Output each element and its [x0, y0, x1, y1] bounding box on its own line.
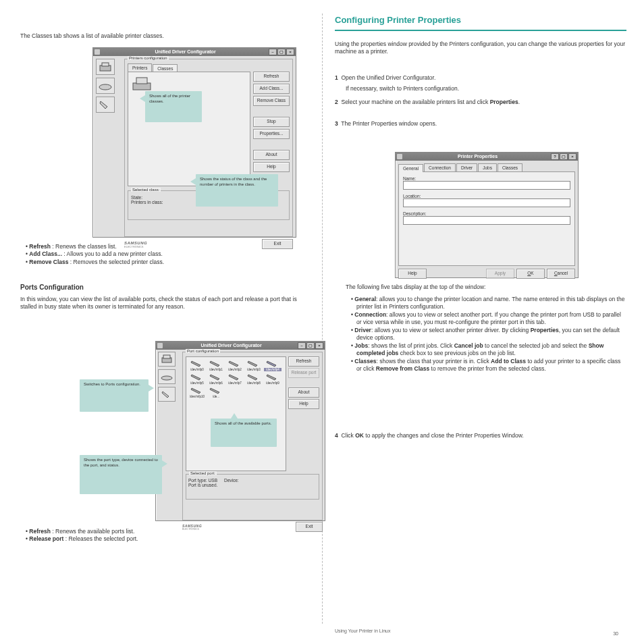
- tab-driver[interactable]: Driver: [456, 163, 477, 171]
- close-button[interactable]: ×: [568, 153, 576, 160]
- dialog2-group-label: Port configuration: [186, 349, 220, 353]
- minimize-button[interactable]: –: [269, 49, 277, 55]
- label-name: Name:: [403, 176, 570, 181]
- about-button[interactable]: About: [288, 387, 319, 398]
- port-type-label: Port type: USB: [188, 478, 217, 483]
- port-status-label: Port is unused.: [188, 483, 317, 487]
- bullets2: • Refresh : Renews the available ports l…: [20, 528, 304, 543]
- port-device-label: Device:: [224, 478, 239, 483]
- about-button[interactable]: About: [253, 150, 290, 160]
- sidebar-ports-icon[interactable]: [96, 97, 115, 113]
- maximize-button[interactable]: ▢: [306, 342, 315, 349]
- whatsthis-button[interactable]: ?: [551, 153, 559, 160]
- refresh-button[interactable]: Refresh: [288, 356, 319, 367]
- port-item[interactable]: /dev/mfp3: [245, 359, 263, 371]
- minimize-button[interactable]: –: [298, 342, 306, 349]
- sidebar-scanners-icon[interactable]: [158, 369, 176, 384]
- help-button[interactable]: Help: [288, 399, 319, 409]
- sidebar-printers-icon[interactable]: [96, 59, 115, 75]
- right-heading: Configuring Printer Properties: [335, 15, 461, 25]
- port-item[interactable]: /dev/mfp6: [207, 373, 225, 385]
- printer-class-icon: [131, 75, 153, 92]
- callout-classes-list: Shows all of the printer classes.: [145, 91, 202, 122]
- dialog1-titlebar: Unified Driver Configurator – ▢ ×: [93, 48, 296, 56]
- maximize-button[interactable]: ▢: [560, 153, 568, 160]
- dialog2-titlebar: Unified Driver Configurator – ▢ ×: [156, 342, 325, 350]
- release-port-button[interactable]: Release port: [288, 368, 319, 378]
- properties-button[interactable]: Properties...: [253, 129, 290, 139]
- ports-heading: Ports Configuration: [20, 284, 84, 291]
- input-description[interactable]: [403, 216, 570, 225]
- tab-jobs[interactable]: Jobs: [478, 163, 497, 171]
- dialog3-titlebar: Printer Properties ? ▢ ×: [396, 153, 578, 161]
- app-icon: [397, 154, 402, 159]
- port-item[interactable]: /dev/mfp8: [245, 373, 263, 385]
- selected-class-label: Selected class:: [131, 188, 161, 192]
- page-footer-text: Using Your Printer in Linux: [335, 628, 605, 634]
- svg-rect-6: [163, 355, 170, 358]
- tabs-intro: The following five tabs display at the t…: [346, 284, 625, 291]
- dialog3-title: Printer Properties: [405, 153, 550, 161]
- port-item[interactable]: /dev/mfp2: [226, 359, 244, 371]
- callout-port-details: Shows the port type, device connected to…: [80, 455, 162, 494]
- step1: 1 Open the Unified Driver Configurator.: [335, 74, 625, 82]
- page-number: 30: [613, 631, 618, 636]
- dialog1-group-label: Printers configuration: [128, 56, 169, 60]
- close-button[interactable]: ×: [286, 49, 294, 55]
- callout-all-ports: Shows all of the available ports.: [211, 419, 277, 447]
- step2: 2 Select your machine on the available p…: [335, 99, 625, 106]
- app-icon: [95, 49, 100, 55]
- port-item[interactable]: /dev/mfp7: [226, 373, 244, 385]
- dialog1-title: Unified Driver Configurator: [103, 48, 268, 56]
- stop-button[interactable]: Stop: [253, 117, 290, 127]
- right-intro: Using the properties window provided by …: [335, 41, 625, 56]
- tab-classes[interactable]: Classes: [498, 163, 522, 171]
- port-item[interactable]: /dev/mfp0: [188, 359, 206, 371]
- input-name[interactable]: [403, 181, 570, 190]
- tab-general[interactable]: General: [398, 164, 423, 172]
- port-item[interactable]: /dev/mfp1: [207, 359, 225, 371]
- tab-printers[interactable]: Printers: [128, 63, 152, 72]
- step3: 3 The Printer Properties window opens.: [335, 120, 625, 128]
- tab-descriptions: • General: allows you to change the prin…: [346, 296, 625, 373]
- callout-class-status: Shows the status of the class and the nu…: [196, 174, 278, 207]
- sidebar-scanners-icon[interactable]: [96, 78, 115, 94]
- svg-point-2: [99, 84, 111, 90]
- ok-button[interactable]: OK: [516, 269, 545, 279]
- port-item[interactable]: /de...: [207, 386, 225, 398]
- step1-sub: If necessary, switch to Printers configu…: [346, 85, 625, 92]
- svg-rect-4: [136, 78, 147, 84]
- column-divider: [322, 14, 323, 624]
- close-button[interactable]: ×: [315, 342, 323, 349]
- tab-connection[interactable]: Connection: [424, 163, 456, 171]
- cancel-button[interactable]: Cancel: [547, 269, 575, 279]
- refresh-button[interactable]: Refresh: [253, 72, 290, 82]
- left-intro: The Classes tab shows a list of availabl…: [20, 32, 304, 40]
- sidebar-ports-icon[interactable]: [158, 387, 176, 402]
- selected-port-label: Selected port:: [189, 471, 217, 475]
- input-location[interactable]: [403, 198, 570, 207]
- help-button[interactable]: Help: [398, 269, 427, 279]
- heading-rule: [335, 30, 626, 31]
- add-class-button[interactable]: Add Class...: [253, 84, 290, 94]
- step4: 4 Click OK to apply the changes and clos…: [335, 432, 625, 439]
- callout-switch-ports: Switches to Ports configuration.: [80, 379, 149, 412]
- label-description: Description:: [403, 211, 570, 216]
- apply-button[interactable]: Apply: [486, 269, 514, 279]
- label-location: Location:: [403, 194, 570, 198]
- bullets1: • Refresh : Renews the classes list. • A…: [20, 243, 304, 266]
- port-item[interactable]: /dev/mfp4: [264, 359, 281, 371]
- app-icon: [157, 343, 163, 348]
- svg-point-7: [161, 376, 172, 380]
- svg-rect-1: [102, 63, 109, 66]
- ports-intro: In this window, you can view the list of…: [20, 296, 304, 311]
- remove-class-button[interactable]: Remove Class: [253, 96, 290, 106]
- help-button[interactable]: Help: [253, 162, 290, 172]
- port-item[interactable]: /dev/mfp5: [188, 373, 206, 385]
- dialog-unified-driver-classes: Unified Driver Configurator – ▢ × Printe…: [92, 47, 296, 238]
- dialog-printer-properties: Printer Properties ? ▢ × General Connect…: [395, 152, 579, 278]
- port-item[interactable]: /dev/mfp10: [188, 386, 206, 398]
- maximize-button[interactable]: ▢: [277, 49, 286, 55]
- sidebar-printers-icon[interactable]: [158, 352, 176, 367]
- port-item[interactable]: /dev/mfp9: [264, 373, 281, 385]
